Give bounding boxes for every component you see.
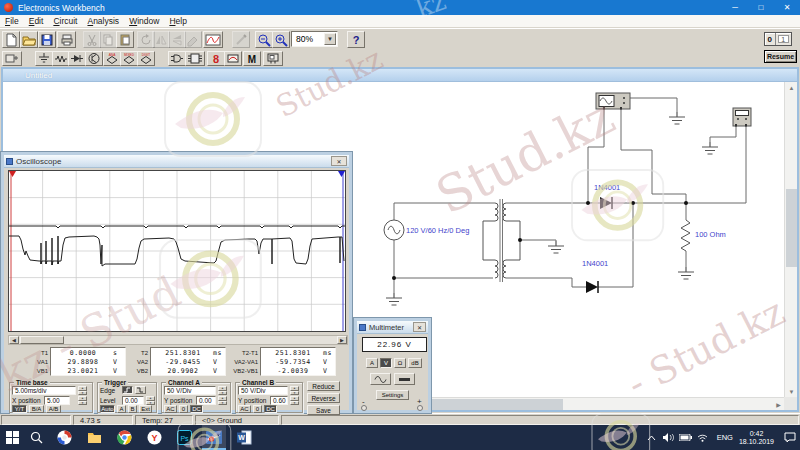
scope-scroll-right[interactable]: ▶ [337,336,347,344]
menu-file[interactable]: File [0,16,24,26]
edge-falling-button[interactable] [135,386,146,394]
trigger-a-button[interactable]: A [117,405,126,413]
taskbar-photoshop[interactable]: Ps [172,425,196,450]
level-field[interactable]: 0.00 [122,396,144,405]
reverse-button[interactable]: Reverse [307,393,340,403]
copy-button[interactable] [99,31,117,48]
language-indicator[interactable]: ENG [711,433,739,442]
analysis-graph-button[interactable] [203,31,223,48]
mixed-ics-bin-button[interactable]: MIXED [120,51,138,66]
minus-terminal-jack[interactable] [361,405,367,411]
channel-a-ypos-field[interactable]: 0.00 [196,396,216,405]
menu-window[interactable]: Window [124,16,164,26]
controls-bin-button[interactable] [224,51,242,66]
ba-button[interactable]: B/A [29,405,44,413]
help-button[interactable]: ? [347,31,365,48]
subcircuit-button[interactable] [184,31,202,48]
notification-center-icon[interactable] [780,432,800,443]
maximize-button[interactable]: □ [748,0,774,15]
xposition-spinner[interactable]: ▲▼ [78,396,87,405]
battery-icon[interactable] [677,434,694,441]
taskbar-yandex[interactable]: Y [142,425,166,450]
paste-button[interactable] [116,31,134,48]
taskbar-ewb-active[interactable] [202,425,226,450]
scope-scroll-left[interactable]: ◀ [9,336,19,344]
taskbar-app-browser[interactable] [52,425,76,450]
channel-b-0-button[interactable]: 0 [253,405,262,413]
logic-gates-bin-button[interactable] [168,51,186,66]
yt-button[interactable]: Y/T [12,405,27,413]
channel-b-scale-spinner[interactable]: ▲▼ [290,386,299,395]
multimeter-close-button[interactable]: ✕ [413,322,426,332]
scope-scrollbar[interactable]: ◀ ▶ [8,335,348,345]
ampere-mode-button[interactable]: A [366,358,378,368]
menu-edit[interactable]: Edit [24,16,49,26]
scope-scroll-thumb[interactable] [20,336,64,344]
edge-rising-button[interactable] [122,386,133,394]
channel-a-ypos-spinner[interactable]: ▲▼ [218,396,227,405]
start-button[interactable] [0,425,24,450]
channel-b-ypos-spinner[interactable]: ▲▼ [290,396,299,405]
digital-bin-button[interactable] [185,51,205,66]
channel-a-scale-spinner[interactable]: ▲▼ [218,386,227,395]
miscellaneous-bin-button[interactable]: M [243,51,261,66]
menu-circuit[interactable]: Circuit [48,16,82,26]
volume-icon[interactable] [660,433,677,442]
trigger-auto-button[interactable]: Auto [100,405,115,413]
trigger-b-button[interactable]: B [128,405,137,413]
channel-b-ypos-field[interactable]: 0.60 [270,396,288,405]
print-button[interactable] [57,31,76,48]
zoom-level-select[interactable]: 80%▼ [291,31,338,47]
resume-button[interactable]: Resume [764,50,797,63]
close-button[interactable]: ✕ [774,0,800,15]
new-button[interactable] [2,31,20,48]
tray-chevron-icon[interactable] [643,435,660,441]
channel-a-dc-button[interactable]: DC [190,405,203,413]
ac-mode-button[interactable] [370,373,391,385]
zoom-in-button[interactable] [272,31,290,48]
ohm-mode-button[interactable]: Ω [394,358,406,368]
vertical-scrollbar[interactable]: ▲ ▼ [784,82,797,397]
dc-mode-button[interactable] [394,373,415,385]
document-title-bar[interactable]: Untitled [3,69,797,82]
transistors-bin-button[interactable] [85,51,103,66]
taskbar-word[interactable]: W [232,425,256,450]
analog-ics-bin-button[interactable]: ANA [103,51,121,66]
trigger-ext-button[interactable]: Ext [139,405,152,413]
search-button[interactable] [24,425,48,450]
wifi-icon[interactable] [694,434,711,442]
channel-b-scale-field[interactable]: 50 V/Div [238,386,288,395]
favorites-bin-button[interactable] [2,51,22,66]
scroll-right-arrow[interactable]: ▶ [773,399,784,410]
open-button[interactable] [20,31,38,48]
indicators-bin-button[interactable]: 8 [207,51,225,66]
taskbar-chrome[interactable] [112,425,136,450]
save-button[interactable] [38,31,56,48]
diodes-bin-button[interactable] [68,51,86,66]
scroll-down-arrow[interactable]: ▼ [786,386,797,397]
menu-analysis[interactable]: Analysis [82,16,124,26]
xposition-field[interactable]: 5.00 [44,396,70,405]
vertical-scroll-thumb[interactable] [786,189,797,267]
timebase-scale-spinner[interactable]: ▲▼ [78,386,87,395]
save-scope-button[interactable]: Save [307,405,340,415]
oscilloscope-close-button[interactable]: ✕ [331,156,347,166]
minimize-button[interactable]: ─ [722,0,748,15]
channel-a-0-button[interactable]: 0 [179,405,188,413]
level-spinner[interactable]: ▲▼ [146,396,155,405]
timebase-scale-field[interactable]: 5.00ms/div [12,386,76,395]
channel-b-dc-button[interactable]: DC [264,405,277,413]
channel-a-scale-field[interactable]: 50 V/Div [164,386,216,395]
ab-button[interactable]: A/B [46,405,61,413]
volt-mode-button[interactable]: V [380,358,392,368]
multimeter-title-bar[interactable]: Multimeter ✕ [357,321,428,334]
reduce-button[interactable]: Reduce [307,381,340,391]
taskbar-file-explorer[interactable] [82,425,106,450]
scroll-up-arrow[interactable]: ▲ [786,82,797,93]
channel-a-ac-button[interactable]: AC [164,405,177,413]
zoom-out-button[interactable] [255,31,273,48]
settings-button[interactable]: Settings [376,390,409,400]
plus-terminal-jack[interactable] [417,405,423,411]
oscilloscope-title-bar[interactable]: Oscilloscope ✕ [4,155,349,168]
sources-bin-button[interactable] [35,51,53,66]
